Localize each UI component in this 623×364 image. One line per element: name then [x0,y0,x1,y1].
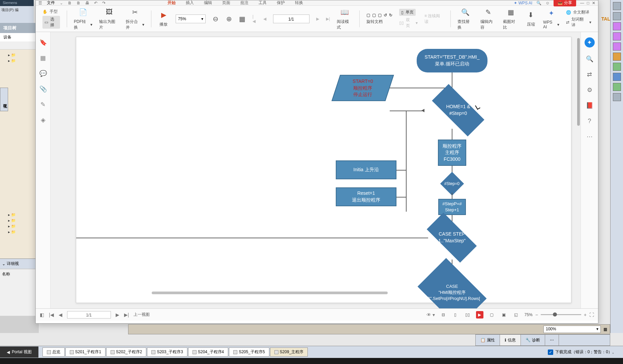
prev-page-ft[interactable]: ◀ [59,312,62,317]
sync-icon[interactable]: ⇄ [586,70,594,79]
horizontal-scrollbar[interactable] [67,291,560,295]
zoom-ext-icon[interactable]: ▦ [603,327,607,332]
pdf-canvas[interactable]: START="TEST_DB".HMI_ 菜单.循环已启动 START=0 顺控… [51,32,581,308]
wps-ai-link[interactable]: ✦ WPS AI [514,1,532,5]
rotate-doc[interactable]: 旋转文档 [366,19,383,25]
project-tree-header[interactable]: 项目树 [0,23,39,33]
right-icon-1[interactable] [613,2,621,10]
last-page-ft[interactable]: ▶| [124,312,129,317]
split-merge[interactable]: ✂拆分合并 ▾ [126,7,144,30]
status-tab-s204[interactable]: S204_子程序4 [188,347,228,357]
smile-icon[interactable]: ☺ [545,1,550,5]
help-icon[interactable]: ? [586,117,594,125]
fullscreen-icon[interactable]: ⛶ [589,312,594,317]
device-tab[interactable]: 设备 [0,33,39,41]
tab-protect[interactable]: 保护 [277,0,285,6]
tab-insert[interactable]: 插入 [186,0,194,6]
view-mode-play[interactable]: ▶ [476,311,483,318]
bookmark-icon[interactable]: 🔖 [39,39,47,46]
attachment-icon[interactable]: 📎 [39,85,47,93]
right-icon-4[interactable] [613,32,621,40]
sidebar-toggle-icon[interactable]: ◧ [40,312,44,317]
view-mode-5[interactable]: ▢ [488,311,496,318]
book-icon[interactable]: 📕 [586,101,594,110]
view-mode-3[interactable]: ▯▯ [464,311,471,318]
chevron-icon[interactable]: ⌄ [60,1,63,5]
prop-tab-diagnostics[interactable]: 🔧 诊断 [521,335,545,345]
zoom-in-ft[interactable]: + [584,312,587,317]
right-icon-5[interactable] [613,42,621,51]
right-icon-3[interactable] [613,22,621,30]
visual-tab[interactable]: 可视化 [0,88,8,111]
prop-tab-more[interactable]: ⋯ [545,335,559,345]
layers-icon[interactable]: ◈ [39,116,47,124]
menu-icon[interactable]: ☰ [38,1,42,5]
page-input[interactable]: 1/1 [273,14,309,23]
file-menu[interactable]: 文件 [47,0,55,6]
continuous-read[interactable]: ≡ 连续阅读 [424,13,444,25]
print-icon[interactable]: 🖶 [85,1,89,5]
rotate-right-icon[interactable]: ↻ [389,13,392,18]
fit-page-icon[interactable]: ▢ [372,13,376,18]
status-tab-s203[interactable]: S203_子程序3 [147,347,187,357]
fit-width-icon[interactable]: ▢ [366,13,370,18]
comment-icon[interactable]: 💬 [39,70,47,77]
select-tool[interactable]: ▭ 选择 [42,16,60,29]
right-icon-10[interactable] [613,93,621,101]
view-mode-7[interactable]: ◱ [512,311,520,318]
hand-tool[interactable]: ✋ 手型 [42,9,58,14]
save-icon[interactable]: 🗎 [68,1,72,5]
tab-edit[interactable]: 编辑 [204,0,212,6]
first-page-icon[interactable]: |◀ [253,14,257,24]
zoom-out-icon[interactable]: ⊖ [212,14,219,24]
view-mode-2[interactable]: ▯ [452,311,459,318]
status-tab-s209[interactable]: S209_主程序 [270,347,308,357]
search-icon-r[interactable]: 🔍 [586,55,594,63]
play-button[interactable]: ▶播放 [158,10,169,27]
prop-tab-properties[interactable]: 📋 属性 [476,335,500,345]
prev-view-label[interactable]: 上一视图 [134,312,150,317]
zoom-slider[interactable] [541,314,581,315]
rotate-left-icon[interactable]: ↺ [384,13,387,18]
zoom-combo[interactable]: 75%▾ [176,14,206,23]
zoom-in-icon[interactable]: ⊕ [226,14,232,24]
fulltext-translate[interactable]: 🌐 全文翻译 [566,9,589,15]
view-mode-1[interactable]: ⊟ [440,311,447,318]
selection-translate[interactable]: ⇄ 划词翻译 ▾ [566,17,591,28]
vertical-scrollbar[interactable] [576,37,581,273]
fit-icon[interactable]: ▦ [239,14,246,24]
tree-body[interactable]: ▸ 📁 ▸ 📁 ▸ 📁 ▸ 📁 ▸ 📁 ▸ 📁 [0,50,39,259]
eye-icon[interactable]: 👁 ▾ [426,312,435,317]
right-icon-9[interactable] [613,83,621,91]
compress[interactable]: ⬇压缩 [526,10,536,27]
find-replace[interactable]: 🔍查找替换 [457,7,473,30]
tab-start[interactable]: 开始 [168,0,176,6]
next-page-ft[interactable]: ▶ [116,312,119,317]
view-mode-6[interactable]: ▣ [500,311,508,318]
status-tab-s202[interactable]: S202_子程序2 [106,347,146,357]
search-icon[interactable]: 🔍 [536,1,541,5]
tab-tools[interactable]: 工具 [259,0,267,6]
footer-page-input[interactable]: 1/1 [67,311,111,318]
ai-assistant-icon[interactable]: ✦ [585,37,595,48]
redo-icon[interactable]: ↷ [102,1,106,5]
read-mode[interactable]: 📖阅读模式 [337,7,353,30]
screenshot-compare[interactable]: ▦截图对比 [503,7,519,30]
portal-button[interactable]: ◀ Portal 视图 [0,346,38,358]
status-tab-overview[interactable]: 总览 [42,347,65,357]
minimize-icon[interactable]: — [580,1,584,5]
first-page-ft[interactable]: |◀ [49,312,54,317]
right-icon-2[interactable] [613,12,621,20]
tab-page[interactable]: 页面 [222,0,230,6]
status-tab-s205[interactable]: S205_子程序5 [229,347,269,357]
pdf-convert[interactable]: 📄PDF转换 ▾ [74,7,92,30]
zoom-out-ft[interactable]: − [535,312,538,317]
next-page-icon[interactable]: ▶ [316,17,319,21]
prop-tab-info[interactable]: ℹ 信息 [500,335,521,345]
close-icon[interactable]: ✕ [592,1,595,5]
last-page-icon[interactable]: ▶| [326,17,330,21]
prev-page-icon[interactable]: ◀ [263,17,266,21]
more-icon[interactable]: ⋯ [586,132,594,141]
right-icon-7[interactable] [613,63,621,71]
undo-icon[interactable]: ↶ [94,1,97,5]
